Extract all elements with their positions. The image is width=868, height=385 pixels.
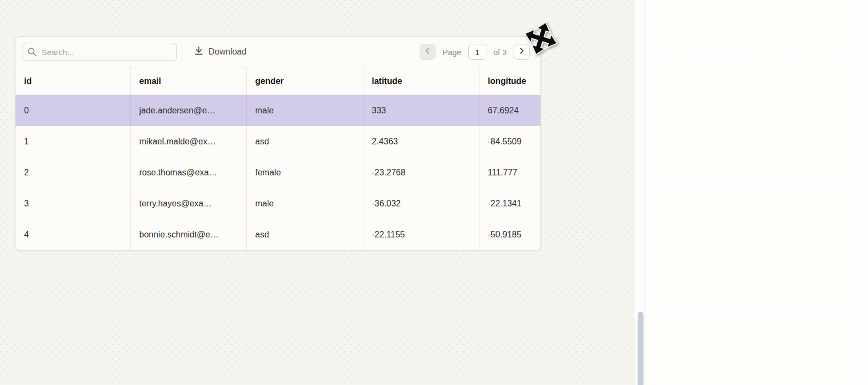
download-label: Download	[208, 47, 246, 57]
cell-email[interactable]: bonnie.schmidt@e…	[130, 219, 246, 250]
page-label: Page	[443, 48, 461, 57]
column-header-latitude[interactable]: latitude	[363, 67, 479, 95]
cell-id[interactable]: 2	[15, 157, 130, 188]
cell-latitude[interactable]: 333	[363, 95, 479, 126]
cell-latitude[interactable]: -22.1155	[363, 219, 479, 250]
cell-longitude[interactable]: 67.6924	[479, 95, 541, 126]
cell-gender[interactable]: asd	[246, 126, 363, 157]
cell-gender[interactable]: male	[246, 188, 363, 219]
table-row[interactable]: 4 bonnie.schmidt@e… asd -22.1155 -50.918…	[15, 219, 541, 250]
column-header-email[interactable]: email	[130, 67, 246, 95]
cell-latitude[interactable]: -23.2768	[363, 157, 479, 188]
download-button[interactable]: Download	[194, 46, 246, 58]
table-row[interactable]: 3 terry.hayes@exa… male -36.032 -22.1341	[15, 188, 541, 219]
download-icon	[194, 46, 204, 58]
data-table: id email gender latitude longitude 0 jad…	[15, 67, 541, 250]
column-header-id[interactable]: id	[15, 67, 130, 95]
cell-gender[interactable]: male	[246, 95, 363, 126]
page-count-label: of 3	[493, 48, 507, 57]
table-row-selected[interactable]: 0 jade.andersen@e… male 333 67.6924	[15, 95, 541, 126]
pagination: Page of 3	[420, 44, 530, 60]
cell-email[interactable]: jade.andersen@e…	[130, 95, 246, 126]
cell-email[interactable]: mikael.malde@ex…	[130, 126, 246, 157]
page-number-input[interactable]	[468, 44, 486, 60]
cell-longitude[interactable]: -50.9185	[479, 219, 541, 250]
column-header-gender[interactable]: gender	[246, 67, 363, 95]
scrollbar-thumb[interactable]	[638, 312, 644, 385]
cell-id[interactable]: 0	[15, 95, 130, 126]
prev-page-button[interactable]	[420, 44, 436, 60]
table-toolbar: Download Page of 3	[15, 37, 540, 67]
cell-latitude[interactable]: -36.032	[363, 188, 479, 219]
table-header-row: id email gender latitude longitude	[15, 67, 541, 95]
data-table-card: Download Page of 3	[15, 36, 541, 251]
cell-longitude[interactable]: -84.5509	[479, 126, 541, 157]
main-content-area: Download Page of 3	[0, 0, 635, 385]
vertical-scrollbar-track[interactable]	[635, 0, 646, 385]
table-row[interactable]: 2 rose.thomas@exa… female -23.2768 111.7…	[15, 157, 541, 188]
cell-latitude[interactable]: 2.4363	[363, 126, 479, 157]
cell-email[interactable]: terry.hayes@exa…	[130, 188, 246, 219]
app-window: Download Page of 3	[0, 0, 868, 385]
search-input[interactable]	[22, 43, 177, 61]
cell-id[interactable]: 3	[15, 188, 130, 219]
column-header-longitude[interactable]: longitude	[479, 67, 541, 95]
cell-gender[interactable]: asd	[246, 219, 363, 250]
cell-longitude[interactable]: -22.1341	[479, 188, 541, 219]
move-cursor-icon	[523, 20, 559, 59]
right-panel	[646, 0, 868, 385]
table-row[interactable]: 1 mikael.malde@ex… asd 2.4363 -84.5509	[15, 126, 541, 157]
chevron-left-icon	[424, 47, 431, 57]
cell-email[interactable]: rose.thomas@exa…	[130, 157, 246, 188]
cell-id[interactable]: 1	[15, 126, 130, 157]
search-box	[22, 43, 177, 61]
cell-gender[interactable]: female	[246, 157, 363, 188]
cell-id[interactable]: 4	[15, 219, 130, 250]
cell-longitude[interactable]: 111.777	[479, 157, 541, 188]
